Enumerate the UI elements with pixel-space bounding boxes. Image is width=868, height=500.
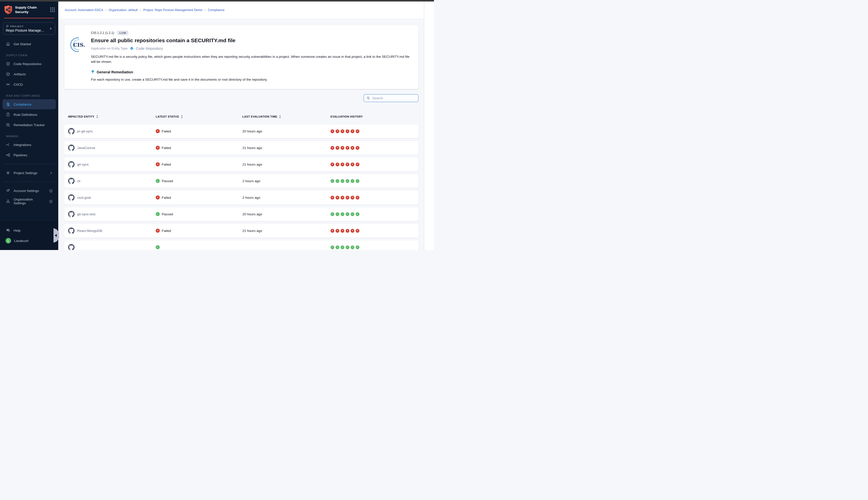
user-menu[interactable]: L Lavakush <box>2 236 56 246</box>
cube-icon <box>6 25 9 27</box>
fail-icon <box>340 146 344 150</box>
fail-icon <box>346 162 349 166</box>
app-launcher-icon[interactable] <box>50 8 55 12</box>
sidebar-item-integrations[interactable]: Integrations <box>2 140 56 150</box>
table-row[interactable]: cicd-goat Failed 2 hours ago <box>64 191 418 205</box>
supply-chain-security-logo-icon <box>4 5 13 14</box>
entity-link[interactable]: React-MongoDB <box>77 229 102 233</box>
sidebar-item-project-settings[interactable]: Project Settings <box>2 168 56 178</box>
sidebar-item-compliance[interactable]: Compliance <box>2 99 56 109</box>
fail-icon <box>331 162 334 166</box>
fail-icon <box>336 162 339 166</box>
applicable-label: Applicable on Entity Type <box>91 46 128 50</box>
sort-icon[interactable] <box>279 115 281 118</box>
project-selector-name: Repo Posture Manage... <box>6 29 44 32</box>
severity-badge: LOW <box>117 31 128 35</box>
sort-icon[interactable] <box>96 115 98 118</box>
sidebar-item-label: Pipelines <box>14 153 27 157</box>
scrollbar-gutter[interactable] <box>424 1 434 250</box>
search-box[interactable] <box>364 94 418 102</box>
main-area: Account: Automation-SSCA › Organization:… <box>58 1 424 250</box>
table-row[interactable]: git-sync-test Passed 20 hours ago <box>64 207 418 221</box>
status-label: Passed <box>162 212 173 216</box>
pass-icon <box>356 246 359 249</box>
fail-icon <box>351 162 355 166</box>
pass-icon <box>336 179 339 183</box>
table-row[interactable] <box>64 240 418 250</box>
entity-link[interactable]: cli <box>77 179 80 183</box>
help-chat-icon: ? <box>5 228 11 233</box>
column-header-impacted-entity[interactable]: IMPACTED ENTITY <box>68 115 156 118</box>
sidebar-item-rule-definitions[interactable]: Rule Definitions <box>2 110 56 120</box>
sidebar-item-code-repositories[interactable]: Code Repositories <box>2 59 56 69</box>
column-header-latest-status[interactable]: LATEST STATUS <box>156 115 242 118</box>
brand: Supply Chain Security <box>0 1 58 16</box>
evaluation-history <box>331 162 418 166</box>
sidebar-item-label: Compliance <box>14 103 31 106</box>
box-wrench-icon <box>5 123 11 127</box>
svg-text:?: ? <box>7 229 8 231</box>
fail-icon <box>356 129 359 133</box>
sidebar-section-manage: MANAGE <box>6 135 58 138</box>
sidebar-divider <box>3 164 55 164</box>
triangle-left-icon <box>55 234 57 237</box>
sidebar-item-label: Integrations <box>14 143 31 147</box>
chevron-right-icon <box>49 171 53 175</box>
sidebar-section-supply-chain: SUPPLY CHAIN <box>6 54 58 57</box>
table-row[interactable]: cli Passed 2 hours ago <box>64 174 418 188</box>
app-title: Supply Chain Security <box>15 5 37 14</box>
pass-icon <box>336 246 339 249</box>
help-button[interactable]: ? Help <box>2 225 56 236</box>
table-row[interactable]: React-MongoDB Failed 21 hours ago <box>64 224 418 238</box>
entity-type-label: Code Repository <box>136 46 163 50</box>
github-icon <box>68 244 74 250</box>
breadcrumb-account-link[interactable]: Account: Automation-SSCA <box>65 8 103 12</box>
entity-link[interactable]: git-sync-test <box>77 212 95 216</box>
remediation-title: General Remediation <box>97 70 133 74</box>
info-icon[interactable] <box>49 189 53 193</box>
sidebar-item-label: Remediation Tracker <box>14 123 45 127</box>
sort-icon[interactable] <box>181 115 183 118</box>
failed-status-icon <box>156 162 160 166</box>
breadcrumb: Account: Automation-SSCA › Organization:… <box>65 8 224 12</box>
clipboard-check-icon <box>5 112 11 117</box>
last-evaluation-time: 20 hours ago <box>242 212 331 216</box>
breadcrumb-project-link[interactable]: Project: Repo Posture Management Demo <box>143 8 202 12</box>
entity-link[interactable]: cicd-goat <box>77 196 91 200</box>
sidebar-item-organization-settings[interactable]: Organization Settings <box>2 196 56 206</box>
avatar: L <box>5 238 11 243</box>
breadcrumb-compliance-link[interactable]: Compliance <box>208 8 224 12</box>
sidebar-item-artifacts[interactable]: Artifacts <box>2 69 56 79</box>
fail-icon <box>351 146 355 150</box>
page-content: CIS. CIS-1.2.1 (1.2.1) LOW Ensure all pu… <box>58 18 424 250</box>
column-header-last-evaluation-time[interactable]: LAST EVALUATION TIME <box>242 115 331 118</box>
pass-icon <box>340 179 344 183</box>
entity-link[interactable]: pr-git-sync <box>77 129 93 133</box>
pass-icon <box>351 179 355 183</box>
table-row[interactable]: git-sync Failed 21 hours ago <box>64 158 418 171</box>
status-label: Failed <box>162 229 171 233</box>
sidebar-item-get-started[interactable]: Get Started <box>2 39 56 49</box>
project-selector[interactable]: PROJECT Repo Posture Manage... <box>3 22 55 35</box>
user-name: Lavakush <box>14 239 28 243</box>
pass-icon <box>351 212 355 216</box>
table-row[interactable]: JavaCourse Failed 21 hours ago <box>64 141 418 155</box>
fail-icon <box>351 129 355 133</box>
sidebar-item-pipelines[interactable]: Pipelines <box>2 150 56 160</box>
breadcrumb-separator-icon: › <box>205 8 206 12</box>
entity-link[interactable]: git-sync <box>77 162 89 166</box>
info-icon[interactable] <box>49 200 53 203</box>
sidebar-item-cicd[interactable]: CI/CD <box>2 79 56 89</box>
pass-icon <box>346 246 349 249</box>
search-input[interactable] <box>372 96 416 100</box>
sidebar-item-label: Project Settings <box>14 171 37 175</box>
sidebar-item-account-settings[interactable]: Account Settings <box>2 186 56 196</box>
document-search-icon <box>5 102 11 106</box>
rule-detail-card: CIS. CIS-1.2.1 (1.2.1) LOW Ensure all pu… <box>64 25 418 89</box>
breadcrumb-organization-link[interactable]: Organization: default <box>109 8 138 12</box>
entity-link[interactable]: JavaCourse <box>77 146 95 150</box>
passed-status-icon <box>156 245 160 249</box>
table-row[interactable]: pr-git-sync Failed 20 hours ago <box>64 124 418 138</box>
sidebar-item-remediation-tracker[interactable]: Remediation Tracker <box>2 120 56 130</box>
evaluation-history <box>331 129 418 133</box>
